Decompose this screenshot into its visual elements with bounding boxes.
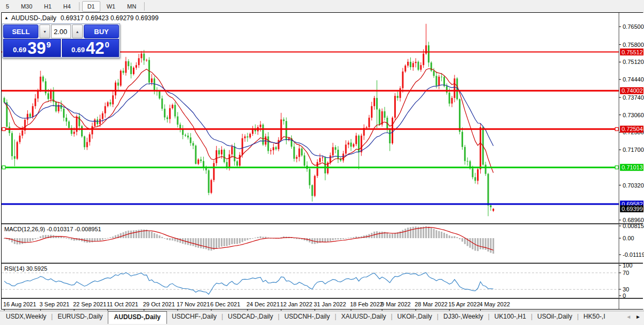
macd-tick-label: 0.008152 — [623, 223, 644, 229]
price-tick-label: 0.74440 — [623, 76, 644, 83]
tab-scroll-left-icon[interactable]: ◄ — [626, 314, 631, 320]
date-label: 18 Feb 2022 — [350, 301, 383, 307]
tab-dj30-weekly[interactable]: DJ30-,Weekly — [439, 311, 488, 322]
tab-usdcnh-daily[interactable]: USDCNH-,Daily — [280, 311, 335, 322]
rsi-tick-label: 30 — [623, 286, 629, 292]
rsi-tick-label: 100 — [623, 262, 632, 269]
one-click-trade-widget: SELL ▼ 2.00 ▲ BUY 0.69 39 9 0.69 42 0 — [2, 23, 120, 58]
chart-background — [0, 12, 644, 325]
tab-usdx-weekly[interactable]: USDX,Weekly — [1, 311, 51, 322]
tab-ukoil-daily[interactable]: UKOil-,Daily — [393, 311, 437, 322]
price-tag-label: 0.69399 — [622, 206, 643, 212]
tab-scroll-right-icon[interactable]: ► — [635, 314, 641, 320]
price-tick-label: 0.71700 — [623, 147, 644, 153]
tab-scroll-controls: ◄ ► — [625, 311, 644, 323]
price-tag-label: 0.74002 — [622, 87, 643, 94]
date-label: 28 Mar 2022 — [415, 301, 448, 307]
tab-usoil-daily[interactable]: USOil-,Daily — [532, 311, 577, 322]
rsi-indicator-label: RSI(14) 30.5925 — [4, 265, 47, 272]
chart-symbol-label: AUDUSD-,Daily — [11, 14, 57, 22]
trading-terminal-window: 5M30H1H4D1W1MN 0.765000.758000.751200.74… — [0, 0, 644, 325]
date-label: 24 Dec 2021 — [247, 301, 280, 307]
date-label: 11 Oct 2021 — [107, 301, 138, 307]
date-label: 3 Sep 2021 — [39, 301, 69, 307]
price-tick-label: 0.70320 — [623, 182, 644, 189]
tab-audusd-daily[interactable]: AUDUSD-,Daily — [108, 311, 167, 324]
sell-price-prefix: 0.69 — [13, 46, 26, 54]
date-label: 31 Jan 2022 — [314, 301, 346, 307]
line-endpoint-marker — [2, 166, 5, 169]
tab-eurusd-daily[interactable]: EURUSD-,Daily — [53, 311, 108, 322]
tab-xauusd-daily[interactable]: XAUUSD-,Daily — [336, 311, 391, 322]
price-tick-label: 0.73060 — [623, 112, 644, 118]
chart-title-bar: ▲AUDUSD-,Daily0.69317 0.69423 0.69279 0.… — [4, 14, 158, 22]
buy-price-prefix: 0.69 — [71, 46, 85, 54]
chart-ohlc-values: 0.69317 0.69423 0.69279 0.69399 — [61, 14, 159, 22]
price-tick-label: 0.75120 — [623, 59, 644, 65]
date-label: 9 Mar 2022 — [381, 301, 411, 307]
price-tag-label: 0.75512 — [622, 49, 643, 55]
chart-tab-bar: USDX,Weekly|EURUSD-,DailyAUDUSD-,DailyUS… — [0, 311, 644, 325]
macd-indicator-label: MACD(12,26,9) -0.010317 -0.008951 — [4, 226, 101, 232]
buy-price-big-digits: 42 — [86, 40, 104, 56]
chevron-up-icon: ▲ — [76, 30, 79, 34]
date-label: 29 Oct 2021 — [143, 301, 175, 307]
buy-price-pip-digit: 0 — [105, 40, 109, 49]
rsi-tick-label: 0 — [623, 292, 626, 299]
date-label: 17 Nov 2021 — [177, 301, 210, 307]
chevron-down-icon: ▼ — [43, 30, 47, 34]
tab-usdchf-daily[interactable]: USDCHF-,Daily — [167, 311, 221, 322]
date-label: 15 Apr 2022 — [448, 301, 480, 307]
sell-price-big-digits: 39 — [27, 40, 45, 56]
volume-decrease-button[interactable]: ▼ — [39, 25, 50, 38]
tab-uk100-h1[interactable]: UK100-,H1 — [490, 311, 531, 322]
line-endpoint-marker — [2, 127, 5, 131]
sell-price-pip-digit: 9 — [46, 40, 51, 49]
tab-usdcad-daily[interactable]: USDCAD-,Daily — [223, 311, 278, 322]
date-label: 22 Sep 2021 — [73, 301, 106, 307]
price-tag-label: 0.72504 — [622, 126, 643, 132]
date-label: 4 May 2022 — [479, 301, 510, 307]
macd-tick-label: 0.00 — [623, 235, 634, 241]
date-label: 6 Dec 2021 — [210, 301, 240, 307]
tab-hk50-i[interactable]: HK50-,I — [579, 311, 610, 322]
price-tick-label: 0.76500 — [623, 23, 644, 30]
date-label: 12 Jan 2022 — [280, 301, 313, 307]
price-tag-label: 0.71013 — [622, 164, 643, 170]
chart-tabs: USDX,Weekly|EURUSD-,DailyAUDUSD-,DailyUS… — [0, 311, 625, 324]
volume-input[interactable]: 2.00 — [51, 25, 71, 38]
price-tick-label: 0.75800 — [623, 42, 644, 48]
buy-button[interactable]: BUY — [84, 25, 119, 38]
rsi-tick-label: 70 — [623, 270, 629, 276]
line-endpoint-marker — [615, 166, 618, 169]
collapse-triangle-icon[interactable]: ▲ — [4, 15, 9, 20]
buy-price-button[interactable]: 0.69 42 0 — [62, 39, 120, 57]
date-label: 16 Aug 2021 — [3, 301, 36, 307]
line-endpoint-marker — [615, 127, 618, 131]
macd-tick-label: -0.011196 — [623, 251, 644, 258]
price-tick-label: 0.73740 — [623, 94, 644, 101]
sell-price-button[interactable]: 0.69 39 9 — [3, 39, 61, 57]
volume-increase-button[interactable]: ▲ — [72, 25, 83, 38]
sell-button[interactable]: SELL — [3, 25, 38, 38]
